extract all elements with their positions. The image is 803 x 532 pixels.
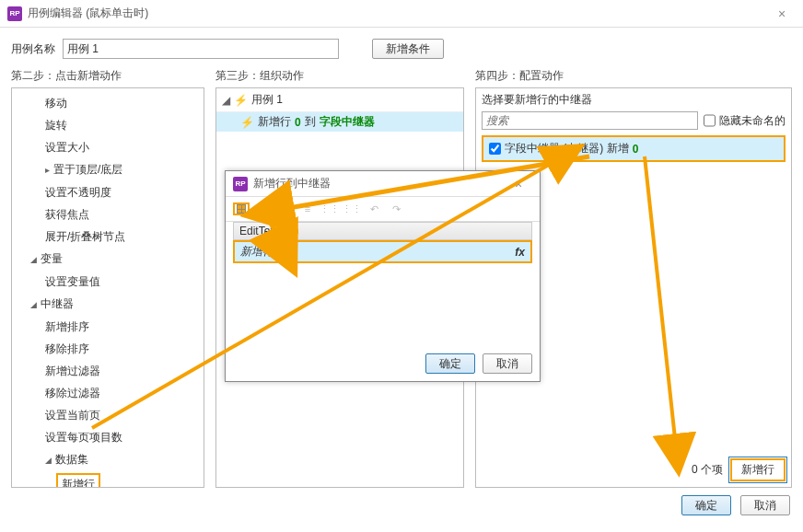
case-name-input[interactable] [63, 39, 339, 59]
tb-icon[interactable]: ⋮⋮ [343, 202, 360, 215]
ok-button[interactable]: 确定 [681, 495, 731, 515]
app-icon: RP [233, 177, 248, 191]
tree-item[interactable]: 变量 [12, 248, 204, 271]
tb-icon[interactable]: ↷ [388, 202, 404, 215]
tree-item[interactable]: 设置每页项目数 [12, 426, 204, 448]
add-row-dialog: RP 新增行到中继器 × ▭ ≡ ≡ ⋮⋮ ⋮⋮ ↶ ↷ EditText 新增… [225, 170, 541, 382]
hide-unnamed-checkbox[interactable]: 隐藏未命名的 [704, 111, 786, 130]
item-count: 0 个项 [692, 462, 723, 478]
tree-item[interactable]: 新增过滤器 [12, 360, 204, 382]
repeater-item[interactable]: 字段中继器 (中继器) 新增 0 [482, 135, 786, 162]
grid-cell-value: 新增行 [240, 244, 273, 260]
tree-item[interactable]: 数据集 [12, 448, 204, 471]
bolt-icon: ⚡ [234, 94, 248, 107]
tree-item[interactable]: 置于顶层/底层 [12, 158, 204, 181]
tree-item[interactable]: 移除过滤器 [12, 382, 204, 404]
action-to: 到 [305, 114, 316, 130]
action-zero: 0 [295, 116, 301, 129]
repeater-item-label: 字段中继器 (中继器) 新增 [505, 141, 629, 156]
repeater-item-zero: 0 [633, 143, 639, 156]
case-name-row: 用例名称 新增条件 [0, 28, 803, 64]
tree-item[interactable]: 获得焦点 [12, 203, 204, 226]
tree-item[interactable]: 设置大小 [12, 136, 204, 158]
action-line[interactable]: ⚡ 新增行 0 到 字段中继器 [216, 112, 463, 132]
tree-item[interactable]: 设置变量值 [12, 271, 204, 293]
tree-item[interactable]: 中继器 [12, 293, 204, 316]
grid-cell[interactable]: 新增行 fx [233, 240, 532, 263]
case-name-label: 用例名称 [11, 41, 55, 57]
case-line[interactable]: ◢ ⚡ 用例 1 [222, 92, 458, 108]
action-target: 字段中继器 [320, 114, 375, 130]
titlebar: RP 用例编辑器 (鼠标单击时) × [0, 0, 803, 28]
app-icon: RP [7, 6, 22, 21]
inner-ok-button[interactable]: 确定 [425, 353, 475, 374]
step4-header: 第四步：配置动作 [475, 68, 792, 84]
tb-icon[interactable]: ⋮⋮ [321, 202, 338, 215]
inner-close-icon[interactable]: × [505, 177, 532, 191]
tree-item[interactable]: 旋转 [12, 114, 204, 136]
tb-icon[interactable]: ▭ [255, 202, 272, 215]
case-label: 用例 1 [251, 92, 283, 108]
inner-title: 新增行到中继器 [253, 176, 505, 191]
tb-icon[interactable]: ≡ [277, 202, 294, 215]
step3-header: 第三步：组织动作 [215, 68, 464, 84]
repeater-item-cb[interactable] [489, 143, 501, 155]
grid-column-header[interactable]: EditText [233, 222, 532, 240]
tree-item[interactable]: 新增排序 [12, 316, 204, 338]
bolt-icon: ⚡ [240, 116, 254, 129]
grid-icon[interactable] [233, 202, 250, 215]
config-header: 选择要新增行的中继器 [476, 88, 791, 111]
hide-unnamed-cb[interactable] [704, 111, 716, 130]
tree-item[interactable]: 移除排序 [12, 338, 204, 360]
close-icon[interactable]: × [768, 6, 796, 21]
tree-item[interactable]: 新增行 [12, 471, 204, 488]
action-prefix: 新增行 [258, 114, 291, 130]
tree-item[interactable]: 展开/折叠树节点 [12, 226, 204, 248]
search-input[interactable] [482, 111, 698, 130]
tree-item-highlight[interactable]: 新增行 [56, 473, 100, 488]
tree-item[interactable]: 移动 [12, 92, 204, 114]
inner-cancel-button[interactable]: 取消 [483, 353, 532, 374]
tb-icon[interactable]: ≡ [299, 202, 316, 215]
window-title: 用例编辑器 (鼠标单击时) [28, 6, 768, 21]
hide-unnamed-label: 隐藏未命名的 [719, 113, 786, 129]
tree-item[interactable]: 设置当前页 [12, 404, 204, 426]
cancel-button[interactable]: 取消 [740, 495, 790, 515]
add-row-button[interactable]: 新增行 [730, 458, 786, 481]
step2-header: 第二步：点击新增动作 [11, 68, 204, 84]
fx-icon[interactable]: fx [515, 246, 525, 259]
action-tree[interactable]: 移动旋转设置大小置于顶层/底层设置不透明度获得焦点展开/折叠树节点变量设置变量值… [11, 87, 204, 488]
inner-toolbar: ▭ ≡ ≡ ⋮⋮ ⋮⋮ ↶ ↷ [226, 197, 540, 222]
tb-icon[interactable]: ↶ [366, 202, 382, 215]
tree-item[interactable]: 设置不透明度 [12, 181, 204, 203]
add-condition-button[interactable]: 新增条件 [372, 39, 444, 59]
